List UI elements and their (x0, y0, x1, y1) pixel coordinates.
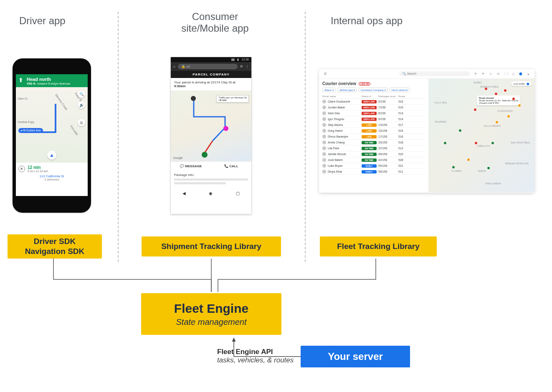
table-row[interactable]: Skip AllumsLATE13/150517 (322, 122, 425, 128)
driver-sdk-box: Driver SDK Navigation SDK (8, 234, 102, 259)
filter-chips[interactable]: Status ▾ Vehicle type ▾ Contractor Compa… (322, 88, 425, 92)
table-row[interactable]: Jordan BakerVERY LATE7/150519 (322, 105, 425, 111)
eta-time: 12 min (28, 165, 48, 170)
driver-map: Glen Ct Central Expy Stevens Creek Easy … (16, 87, 88, 162)
home-icon[interactable]: ⌂ (173, 65, 175, 68)
table-row[interactable]: Sam DasVERY LATE8/150513 (322, 111, 425, 116)
table-row[interactable]: José BalvinON TIME42/150520 (322, 157, 425, 163)
help-icon[interactable]: ? (489, 73, 493, 75)
nav-banner: ⬆ Head north 450 ft. toward Evelyn Avenu… (16, 74, 88, 87)
vehicle-pin-icon (191, 96, 196, 101)
table-header: Driver name Status ▾ Packages done Route (322, 94, 425, 99)
col-title-ops: Internal ops app (331, 15, 403, 27)
destination-pin-icon (202, 152, 208, 158)
search-input[interactable]: 🔍 Search (399, 71, 470, 76)
call-button[interactable]: 📞 CALL (211, 162, 252, 171)
close-icon[interactable]: ✕ (18, 166, 25, 172)
table-row[interactable]: Igor ZhogoloVERY LATE9/150514 (322, 116, 425, 122)
table-row[interactable]: Lila ParkON TIME37/150512 (322, 146, 425, 151)
consumer-app-mock: ▮▮ ▮ 12:30 ⌂ 🔒 url ⟳ ⋮ PARCEL COMPANY Yo… (170, 57, 252, 214)
recent-icon[interactable]: ▢ (236, 191, 240, 196)
sound-icon[interactable]: 🔊 (78, 101, 85, 109)
table-row[interactable]: Greg HatchLATE15/150515 (322, 128, 425, 134)
shipment-tracking-box: Shipment Tracking Library (142, 236, 281, 256)
menu-icon[interactable]: ⋮ (246, 65, 249, 68)
compass-icon[interactable]: ▲ (47, 151, 56, 160)
destination: 112 California St 3 deliveries (16, 174, 88, 181)
your-server-box: Your server (301, 346, 410, 367)
refresh-icon[interactable]: ⟳ (481, 72, 485, 75)
table-row[interactable]: Dhruv BanerjeeLATE17/150516 (322, 134, 425, 140)
status-bar: ▮▮ ▮ 12:30 (171, 57, 251, 62)
driver-app-mock: ⬆ Head north 450 ft. toward Evelyn Avenu… (13, 58, 91, 213)
table-row[interactable]: Luke BryanEARLY55/150521 (322, 163, 425, 169)
consumer-map: Traffic jam on Harrison St +6 min Google (171, 90, 251, 161)
url-bar: ⌂ 🔒 url ⟳ ⋮ (171, 62, 251, 71)
table-row[interactable]: Jamila WoodsON TIME40/150522 (322, 151, 425, 157)
live-badge: LIVE ON (359, 82, 370, 85)
bell-icon[interactable]: △ (511, 72, 515, 75)
page-title: Courier overview LIVE ON (322, 81, 425, 86)
fleet-engine-box: Fleet Engine State management (141, 293, 281, 335)
eta-bar: ✕ 12 min 5 mi • 11:16 am (16, 162, 88, 173)
nav-distance: 450 ft. toward Evelyn Avenue (27, 82, 84, 85)
home-nav-icon[interactable]: ◉ (209, 191, 213, 196)
arrival-message: Your parcel is arriving at 22174 Clay St… (171, 78, 251, 90)
back-icon[interactable]: ◀ (182, 191, 186, 196)
table-row[interactable]: Divya DharEARLY56/150511 (322, 169, 425, 175)
refresh-icon[interactable]: ⟳ (240, 65, 243, 68)
menu-icon[interactable]: ☰ (323, 72, 327, 75)
close-icon[interactable]: ✕ (474, 72, 478, 75)
zoom-icon[interactable]: 🔍 (78, 90, 85, 98)
separator-1 (118, 12, 119, 262)
nav-instruction: Head north (27, 77, 84, 82)
toggle-icon[interactable]: ⬤ (519, 72, 523, 75)
col-title-consumer: Consumersite/Mobile app (173, 11, 257, 34)
fleet-tracking-box: Fleet Tracking Library (320, 236, 437, 256)
live-traffic-toggle[interactable]: Live traffic⬤ (511, 81, 532, 86)
waypoint-pin-icon (223, 126, 228, 131)
android-nav: ◀ ◉ ▢ (171, 188, 251, 198)
turn-arrow-icon: ⬆ (18, 77, 23, 83)
col-title-driver: Driver app (19, 15, 66, 27)
ops-map: Live traffic⬤ Road closed Road closure o… (428, 79, 534, 192)
recenter-icon[interactable]: ◎ (78, 119, 85, 126)
company-header: PARCEL COMPANY (171, 71, 251, 78)
ops-app-mock: ☰ 🔍 Search ✕ ⟳ ? ◷ ⋮⋮ △ ⬤ ● Courier over… (319, 69, 534, 193)
avatar[interactable]: ● (526, 73, 530, 75)
table-row[interactable]: Annie ChangON TIME33/150518 (322, 140, 425, 146)
clock-icon[interactable]: ◷ (496, 72, 500, 75)
eta-detail: 5 mi • 11:16 am (28, 170, 48, 173)
google-logo: Google (173, 156, 183, 159)
apps-icon[interactable]: ⋮⋮ (504, 72, 508, 75)
fleet-engine-api-label: Fleet Engine API tasks, vehicles, & rout… (217, 348, 294, 364)
message-button[interactable]: 💬 MESSAGE (171, 162, 211, 171)
separator-2 (305, 12, 306, 262)
package-info-label: Package info: (174, 173, 194, 177)
table-row[interactable]: Claire DuckworthVERY LATE5/150523 (322, 99, 425, 105)
